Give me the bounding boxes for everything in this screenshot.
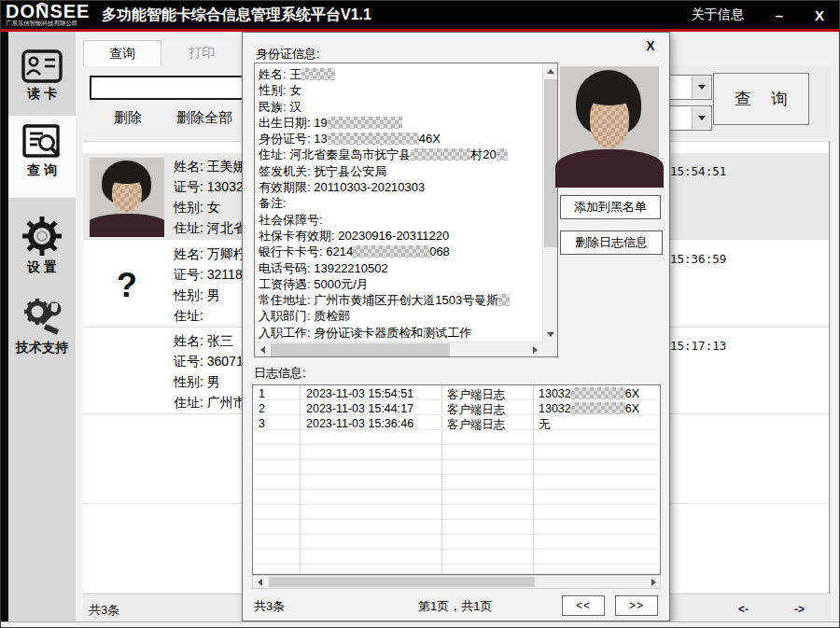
record-addr: 河北省	[207, 220, 246, 235]
minimize-button[interactable]: –	[776, 7, 783, 23]
redacted-mosaic	[497, 148, 508, 160]
scroll-left-icon[interactable]	[255, 342, 270, 357]
field-label: 证号:	[174, 267, 203, 282]
scroll-right-icon[interactable]	[647, 576, 660, 588]
delete-all-button[interactable]: 删除全部	[161, 106, 247, 129]
id-info-dialog: X 身份证信息: 姓名: 王性别: 女民族: 汉出生日期: 19身份证号: 13…	[242, 32, 670, 621]
id-info-line: 出生日期: 19	[259, 115, 540, 131]
scrollbar-thumb[interactable]	[269, 577, 535, 587]
redacted-mosaic	[301, 68, 335, 80]
dialog-close-button[interactable]: X	[641, 36, 660, 55]
delete-log-button[interactable]: 删除日志信息	[560, 230, 663, 255]
search-doc-icon	[21, 123, 63, 160]
sidebar-label-read-card: 读 卡	[8, 86, 76, 103]
close-button[interactable]: X	[815, 7, 824, 23]
redacted-mosaic	[353, 245, 429, 258]
field-label: 性别:	[174, 287, 203, 302]
sidebar-item-query[interactable]: 查 询	[8, 116, 76, 198]
title-bar: DONSEE 广东乐信智能科技有限公司 多功能智能卡综合信息管理系统平台V1.1…	[1, 1, 840, 29]
id-info-line: 住址: 河北省秦皇岛市抚宁县村20	[259, 147, 540, 162]
log-time: 2023-11-03 15:54:51	[306, 387, 413, 400]
about-menu[interactable]: 关于信息	[692, 7, 744, 23]
log-num: 2	[259, 402, 265, 415]
field-label: 住址:	[174, 220, 203, 235]
log-row-2[interactable]: 2 2023-11-03 15:44:17 客户端日志 130326X	[253, 401, 660, 416]
window-title: 多功能智能卡综合信息管理系统平台V1.1	[102, 6, 371, 25]
field-label: 证号:	[174, 179, 203, 194]
total-count: 共3条	[89, 602, 119, 619]
id-info-line: 社保卡有效期: 20230916-20311220	[259, 228, 540, 244]
sidebar-item-read-card[interactable]: 读 卡	[8, 41, 76, 116]
record-photo	[90, 158, 164, 237]
log-id: 130326X	[539, 402, 639, 415]
sidebar-item-settings[interactable]: 设 置	[8, 207, 76, 272]
id-info-line: 备注:	[259, 195, 540, 211]
chevron-down-icon[interactable]	[692, 77, 710, 98]
sidebar-item-support[interactable]: 技术支持	[8, 287, 76, 353]
id-info-line: 社会保障号:	[259, 212, 540, 228]
log-table[interactable]: 1 2023-11-03 15:54:51 客户端日志 130326X 2 20…	[252, 384, 661, 575]
log-next-page-button[interactable]: >>	[615, 595, 658, 616]
id-info-line: 入职部门: 质检部	[259, 308, 540, 324]
redacted-mosaic	[328, 133, 419, 145]
sidebar: 读 卡 查 询	[8, 32, 76, 621]
id-info-content: 姓名: 王性别: 女民族: 汉出生日期: 19身份证号: 1346X住址: 河北…	[259, 66, 540, 340]
field-label: 证号:	[174, 354, 203, 369]
log-row-1[interactable]: 1 2023-11-03 15:54:51 客户端日志 130326X	[253, 386, 660, 401]
log-num: 3	[259, 417, 265, 430]
log-total-count: 共3条	[254, 598, 285, 615]
field-label: 住址:	[174, 308, 203, 323]
id-info-textarea[interactable]: 姓名: 王性别: 女民族: 汉出生日期: 19身份证号: 1346X住址: 河北…	[254, 63, 558, 357]
query-button[interactable]: 查 询	[713, 73, 809, 125]
log-type: 客户端日志	[447, 417, 506, 433]
add-blacklist-button[interactable]: 添加到黑名单	[560, 195, 661, 219]
record-time: 15:54:51	[670, 164, 726, 178]
prev-page-arrow[interactable]: <-	[738, 603, 749, 616]
log-time: 2023-11-03 15:44:17	[306, 402, 413, 415]
tab-print[interactable]: 打印	[161, 40, 242, 66]
id-info-line: 常住地址: 广州市黄埔区开创大道1503号曼斯	[259, 292, 540, 308]
id-info-line: 有效期限: 20110303-20210303	[259, 179, 540, 195]
id-info-line: 姓名: 王	[259, 66, 540, 82]
scroll-right-icon[interactable]	[527, 342, 542, 357]
id-info-line: 民族: 汉	[259, 99, 540, 115]
field-label: 姓名:	[174, 333, 203, 348]
next-page-arrow[interactable]: ->	[794, 603, 805, 616]
field-label: 姓名:	[174, 159, 203, 174]
log-num: 1	[259, 387, 265, 400]
id-info-line: 身份证号: 1346X	[259, 131, 540, 147]
logo: DONSEE 广东乐信智能科技有限公司	[1, 1, 94, 29]
page-indicator: 第1页，共1页	[418, 598, 492, 615]
record-time: 15:17:13	[670, 339, 726, 353]
chevron-down-icon[interactable]	[692, 107, 710, 129]
scrollbar-thumb[interactable]	[271, 343, 450, 356]
scroll-left-icon[interactable]	[253, 576, 266, 588]
log-row-3[interactable]: 3 2023-11-03 15:36:46 客户端日志 无	[253, 416, 660, 431]
vertical-scrollbar[interactable]	[542, 63, 557, 342]
tab-query[interactable]: 查询	[83, 40, 161, 66]
record-name: 万卿柠	[207, 246, 246, 261]
record-name: 王美娜	[207, 159, 246, 174]
id-info-line: 性别: 女	[259, 82, 540, 98]
redacted-mosaic	[411, 148, 470, 160]
id-info-line: 入职工作: 身份证读卡器质检和测试工作	[259, 325, 540, 340]
record-sex: 男	[207, 287, 220, 302]
scroll-up-icon[interactable]	[543, 63, 558, 78]
record-sex: 男	[207, 374, 220, 389]
delete-button[interactable]: 删除	[99, 106, 157, 129]
id-info-line: 电话号码: 13922210502	[259, 260, 540, 276]
sidebar-label-support: 技术支持	[8, 340, 76, 356]
logo-subtext: 广东乐信智能科技有限公司	[6, 20, 77, 28]
log-info-label: 日志信息:	[254, 365, 306, 382]
sidebar-label-query: 查 询	[8, 162, 76, 179]
log-horizontal-scrollbar[interactable]	[252, 575, 661, 589]
window-bottom-strip	[1, 621, 840, 628]
gear-icon	[21, 215, 63, 258]
log-prev-page-button[interactable]: <<	[562, 595, 605, 616]
record-name: 张三	[207, 333, 233, 348]
field-label: 性别:	[174, 374, 203, 389]
horizontal-scrollbar[interactable]	[255, 342, 542, 356]
support-icon	[21, 295, 63, 338]
scroll-down-icon[interactable]	[543, 327, 558, 342]
log-id: 130326X	[539, 387, 639, 400]
